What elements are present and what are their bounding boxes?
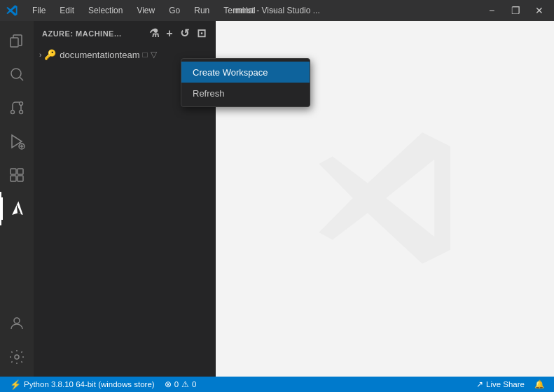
svg-rect-12: [11, 176, 16, 181]
close-button[interactable]: ✕: [530, 4, 548, 17]
explorer-icon: [8, 32, 25, 49]
statusbar-right: ↗ Live Share 🔔: [472, 377, 548, 392]
filter-icon: ▽: [151, 50, 157, 59]
tree-item-box-icon: □: [143, 50, 148, 59]
activity-item-explorer[interactable]: [0, 24, 34, 57]
minimize-button[interactable]: −: [483, 4, 501, 17]
settings-icon: [8, 349, 25, 365]
menu-go[interactable]: Go: [163, 4, 186, 17]
activity-item-scm[interactable]: [0, 91, 34, 125]
source-control-icon: [8, 99, 25, 116]
azure-icon: [8, 200, 27, 218]
statusbar-warnings-count: 0: [192, 380, 196, 388]
activity-item-run[interactable]: [0, 125, 34, 158]
flask-icon[interactable]: ⚗: [148, 25, 161, 41]
branch-icon: ⚡: [10, 379, 21, 390]
run-icon: [8, 133, 25, 150]
vscode-logo-icon: [6, 4, 18, 17]
svg-point-14: [14, 318, 20, 323]
activity-item-extensions[interactable]: [0, 158, 34, 192]
context-menu-item-create-workspace[interactable]: Create Workspace: [181, 62, 310, 83]
activity-bar-bottom: [0, 307, 34, 374]
liveshare-icon: ↗: [476, 379, 483, 389]
titlebar-controls: − ❐ ✕: [483, 4, 548, 17]
menu-selection[interactable]: Selection: [83, 4, 128, 17]
svg-rect-0: [11, 38, 18, 47]
warning-icon: ⚠: [181, 379, 189, 389]
statusbar-python-label: Python 3.8.10 64-bit (windows store): [24, 380, 155, 388]
statusbar: ⚡ Python 3.8.10 64-bit (windows store) ⊗…: [0, 377, 554, 392]
sidebar-title: AZURE: MACHINE...: [42, 29, 122, 38]
extensions-icon: [8, 167, 25, 183]
svg-rect-13: [18, 176, 23, 181]
svg-point-15: [15, 355, 19, 359]
svg-line-2: [20, 78, 24, 81]
menu-file[interactable]: File: [27, 4, 51, 17]
refresh-icon[interactable]: ↺: [179, 25, 191, 41]
statusbar-branch[interactable]: ⚡ Python 3.8.10 64-bit (windows store): [6, 377, 159, 392]
activity-item-settings[interactable]: [0, 340, 34, 374]
main-area: AZURE: MACHINE... ⚗ + ↺ ⊡ › 🔑 documentat…: [0, 21, 554, 377]
context-menu-item-refresh[interactable]: Refresh: [181, 83, 310, 104]
menu-edit[interactable]: Edit: [54, 4, 80, 17]
svg-point-5: [20, 111, 23, 114]
menu-view[interactable]: View: [131, 4, 160, 17]
svg-rect-11: [18, 169, 23, 174]
activity-item-search[interactable]: [0, 57, 34, 91]
svg-point-3: [11, 111, 15, 114]
statusbar-errors[interactable]: ⊗ 0 ⚠ 0: [160, 377, 201, 392]
sidebar-header: AZURE: MACHINE... ⚗ + ↺ ⊡: [34, 21, 216, 46]
statusbar-errors-count: 0: [174, 380, 179, 388]
svg-point-1: [11, 69, 21, 78]
add-icon[interactable]: +: [165, 26, 174, 41]
chevron-right-icon: ›: [39, 51, 41, 59]
vscode-watermark: [308, 121, 462, 277]
search-icon: [8, 66, 25, 83]
activity-item-azure[interactable]: [0, 192, 34, 225]
menu-run[interactable]: Run: [188, 4, 215, 17]
svg-rect-10: [11, 169, 16, 174]
tree-item-label: documentationteam: [60, 50, 139, 60]
maximize-button[interactable]: ❐: [506, 4, 525, 17]
accounts-icon: [8, 315, 25, 332]
bell-icon: 🔔: [534, 379, 544, 389]
svg-point-4: [20, 102, 23, 106]
statusbar-bell[interactable]: 🔔: [530, 377, 548, 392]
activity-bar: [0, 21, 34, 377]
statusbar-liveshare-label: Live Share: [486, 380, 525, 388]
statusbar-liveshare[interactable]: ↗ Live Share: [472, 377, 529, 392]
collapse-icon[interactable]: ⊡: [195, 25, 208, 41]
context-menu: Create Workspace Refresh: [181, 58, 310, 107]
error-icon: ⊗: [165, 379, 172, 389]
activity-item-accounts[interactable]: [0, 307, 34, 340]
titlebar-title: mnist - Visual Studio ...: [234, 6, 320, 15]
key-icon: 🔑: [44, 49, 56, 60]
sidebar-header-icons: ⚗ + ↺ ⊡: [148, 25, 207, 41]
titlebar: File Edit Selection View Go Run Terminal…: [0, 0, 554, 21]
